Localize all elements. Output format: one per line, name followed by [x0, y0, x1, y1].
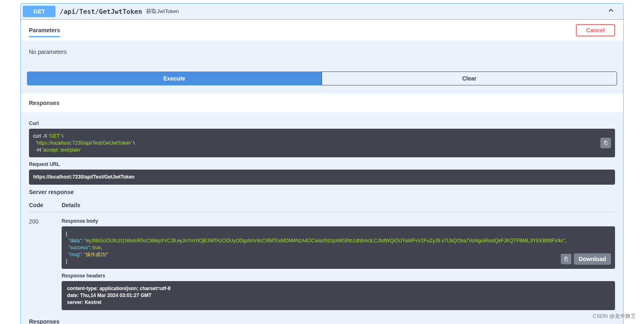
responses-section: Responses Curl curl -X 'GET' \ 'https://…: [21, 94, 623, 324]
clear-button[interactable]: Clear: [322, 72, 617, 85]
operation-summary-row[interactable]: GET /api/Test/GetJwtToken 获取JwtToken: [21, 4, 623, 19]
code-column-header: Code: [29, 202, 62, 208]
response-table-header: Code Details: [29, 198, 615, 212]
copy-curl-button[interactable]: [600, 138, 611, 148]
api-operation-block: GET /api/Test/GetJwtToken 获取JwtToken Par…: [20, 3, 624, 324]
response-body-label: Response body: [62, 218, 615, 224]
operation-body: Parameters Cancel No parameters Execute …: [21, 19, 623, 324]
parameters-title: Parameters: [29, 23, 60, 37]
execute-button-row: Execute Clear: [21, 63, 623, 94]
execute-button[interactable]: Execute: [27, 72, 322, 85]
parameters-content: No parameters: [21, 40, 623, 63]
parameters-header: Parameters Cancel: [21, 20, 623, 40]
response-row: 200 Response body { "data": "eyJhbGciOiJ…: [29, 218, 615, 314]
copy-response-button[interactable]: [561, 254, 571, 264]
curl-code-block: curl -X 'GET' \ 'https://localhost:7230/…: [29, 129, 615, 157]
response-details: Response body { "data": "eyJhbGciOiJIUzI…: [62, 218, 615, 314]
watermark-text: CSDN @龙中舞王: [593, 313, 636, 320]
response-body-actions: Download: [561, 253, 611, 265]
server-response-label: Server response: [29, 189, 615, 195]
responses-title: Responses: [29, 100, 615, 106]
endpoint-description: 获取JwtToken: [146, 8, 179, 15]
response-headers-label: Response headers: [62, 273, 615, 279]
request-url-label: Request URL: [29, 161, 615, 167]
responses-header: Responses: [21, 94, 623, 112]
response-headers-block: content-type: application/json; charset=…: [62, 281, 615, 310]
request-url-block: https://localhost:7230/api/Test/GetJwtTo…: [29, 170, 615, 185]
cancel-button[interactable]: Cancel: [576, 24, 615, 36]
curl-label: Curl: [29, 121, 615, 126]
download-button[interactable]: Download: [574, 253, 611, 265]
copy-icon: [603, 140, 608, 146]
response-body-block: { "data": "eyJhbGciOiJIUzI1NiIsInR5cCI6I…: [62, 226, 615, 269]
http-method-badge: GET: [23, 6, 56, 17]
details-column-header: Details: [62, 202, 615, 208]
status-code-200: 200: [29, 218, 62, 314]
responses-label-2: Responses: [29, 318, 615, 324]
copy-icon: [563, 256, 569, 262]
chevron-up-icon[interactable]: [607, 7, 615, 17]
endpoint-path: /api/Test/GetJwtToken: [60, 8, 142, 16]
